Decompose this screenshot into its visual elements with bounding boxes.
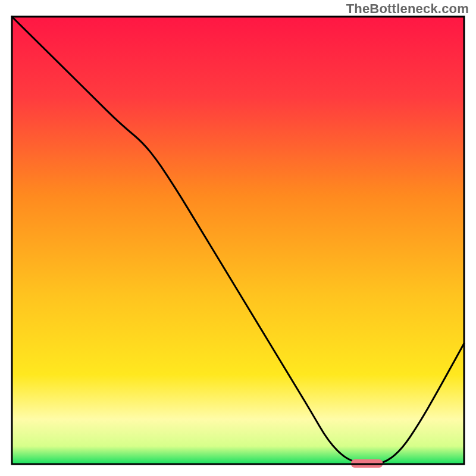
bottleneck-chart	[0, 0, 476, 476]
